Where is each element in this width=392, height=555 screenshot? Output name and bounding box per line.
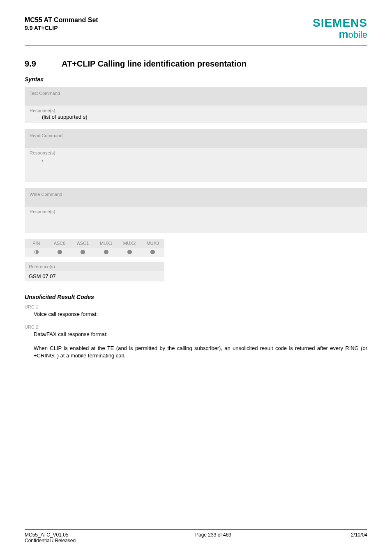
footer-confidential: Confidential / Released (25, 538, 76, 543)
urc1-text: Voice call response format: (25, 311, 367, 317)
read-command-block: Read Command Response(s) , (25, 129, 367, 182)
test-response-line: (list of supported s) (30, 113, 362, 121)
full-dot-icon (104, 250, 108, 254)
page-footer: MC55_ATC_V01.05 Confidential / Released … (25, 529, 367, 543)
syntax-label: Syntax (25, 76, 367, 83)
half-dot-icon (34, 250, 39, 254)
matrix-data-row (25, 248, 164, 257)
write-command-block: Write Command Response(s) (25, 188, 367, 233)
urc2-text: Data/FAX call response format: (25, 331, 367, 337)
urc1-num: URC 1 (25, 304, 367, 309)
doc-title: MC55 AT Command Set (25, 16, 98, 24)
footer-date: 2/10/04 (351, 532, 367, 543)
urc2-num: URC 2 (25, 325, 367, 329)
section-number: 9.9 (25, 59, 62, 69)
section-heading: 9.9AT+CLIP Calling line identification p… (25, 59, 367, 69)
full-dot-icon (81, 250, 85, 254)
urc-paragraph: When CLIP is enabled at the TE (and is p… (25, 345, 367, 359)
response-label: Response(s) (30, 108, 55, 113)
col-mux2: MUX2 (118, 239, 141, 248)
reference-head: Reference(s) (25, 262, 164, 271)
reference-body: GSM 07.07 (25, 271, 164, 281)
full-dot-icon (150, 250, 155, 254)
section-title: AT+CLIP Calling line identification pres… (62, 59, 247, 68)
doc-subtitle: 9.9 AT+CLIP (25, 25, 98, 31)
page-header: MC55 AT Command Set 9.9 AT+CLIP SIEMENS … (25, 16, 367, 46)
cell-mux3 (141, 248, 164, 257)
capability-matrix: PIN ASC0 ASC1 MUX1 MUX2 MUX3 (25, 239, 164, 257)
response-label: Response(s) (30, 150, 55, 155)
cell-asc1 (71, 248, 95, 257)
cell-mux1 (95, 248, 118, 257)
footer-version: MC55_ATC_V01.05 (25, 532, 76, 538)
reference-block: Reference(s) GSM 07.07 (25, 262, 164, 281)
matrix-header-row: PIN ASC0 ASC1 MUX1 MUX2 MUX3 (25, 239, 164, 248)
col-asc0: ASC0 (48, 239, 71, 248)
siemens-logo: SIEMENS mobile (313, 16, 367, 41)
cell-pin (25, 248, 48, 257)
response-label: Response(s) (30, 209, 55, 214)
write-command-body: Response(s) (25, 207, 367, 233)
read-command-body: Response(s) , (25, 148, 367, 182)
col-asc1: ASC1 (71, 239, 95, 248)
cell-asc0 (48, 248, 71, 257)
read-command-head: Read Command (25, 129, 367, 148)
test-command-block: Test Command Response(s) (list of suppor… (25, 87, 367, 123)
cell-mux2 (118, 248, 141, 257)
test-command-body: Response(s) (list of supported s) (25, 106, 367, 123)
col-mux1: MUX1 (95, 239, 118, 248)
write-command-head: Write Command (25, 188, 367, 207)
full-dot-icon (127, 250, 132, 254)
urc-label: Unsolicited Result Codes (25, 294, 367, 300)
col-pin: PIN (25, 239, 48, 248)
test-command-head: Test Command (25, 87, 367, 106)
read-response-line: , (30, 155, 362, 163)
footer-left: MC55_ATC_V01.05 Confidential / Released (25, 532, 76, 543)
footer-page: Page 233 of 469 (195, 532, 231, 543)
full-dot-icon (58, 250, 62, 254)
logo-sub: mobile (313, 28, 367, 41)
col-mux3: MUX3 (141, 239, 164, 248)
